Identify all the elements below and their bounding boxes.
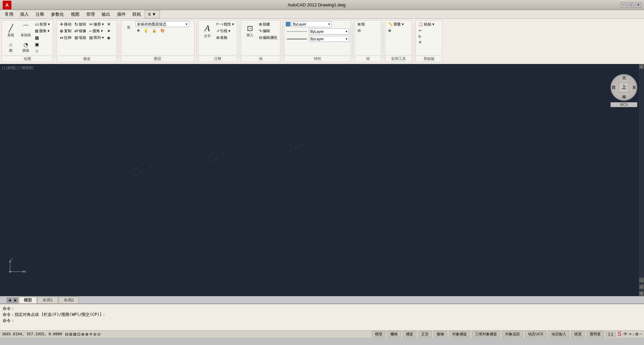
menu-insert[interactable]: 插入 [17, 10, 32, 18]
menu-manage[interactable]: 管理 [83, 10, 98, 18]
vertical-scrollbar[interactable]: ▲ ▼ ◁ ▷ [639, 64, 644, 296]
layer-lock-button[interactable]: 🔒 [151, 28, 158, 33]
erase-button[interactable]: ✕ [106, 21, 112, 27]
arc-button[interactable]: ◔ 圆弧 [18, 41, 33, 54]
scroll-right-button[interactable]: ▷ [639, 284, 644, 289]
pedit-button[interactable]: ◈ [106, 34, 112, 41]
viewport[interactable]: [-] [俯视] [二维线框] 小小软件送 www.xxrjm.com 小小软件… [0, 64, 644, 296]
mirror-button[interactable]: ⇄镜像 [73, 28, 88, 34]
snap-icon-4[interactable]: ⊡ [77, 332, 80, 337]
snap-icon-7[interactable]: ✛ [89, 332, 93, 337]
status-ducs-button[interactable]: 动态UCS [525, 331, 546, 337]
scroll-track[interactable] [639, 69, 644, 291]
menu-annotation[interactable]: 注释 [32, 10, 48, 18]
region-button[interactable]: ☆ [34, 48, 51, 54]
trim-button[interactable]: ✂修剪 ▾ [88, 21, 105, 27]
group-button[interactable]: ⊞组 [356, 21, 366, 27]
status-otrack-button[interactable]: 对象追踪 [502, 331, 523, 337]
arc-label: 圆弧 [22, 48, 29, 53]
linetype-dropdown[interactable]: ByLayer ▼ [309, 28, 349, 34]
linear-dim-button[interactable]: ⊢⊣线性 ▾ [215, 21, 235, 27]
hatch-button[interactable]: ⊠圆角 ▾ [34, 28, 51, 34]
cut-button[interactable]: ✂ [417, 28, 436, 33]
scroll-up-button[interactable]: ▲ [639, 64, 644, 69]
ungroup-button[interactable]: ⊟ [356, 28, 366, 33]
zoom-level[interactable]: 1:1 [606, 332, 615, 337]
snap-icon-3[interactable]: ⊠ [73, 332, 76, 337]
polyline-button[interactable]: ⌒ 多段线 [18, 21, 33, 41]
status-ortho-button[interactable]: 正交 [418, 331, 432, 337]
gradient-button[interactable]: ▦ [34, 34, 51, 41]
command-line-2: 命令：指定对角点或 [栏选(F)/围围(WP)/围交(CP)]： [3, 312, 641, 318]
menu-changyon[interactable]: 常用 [1, 10, 17, 18]
measure-button[interactable]: 📏测量 ▾ [387, 21, 405, 27]
rect-button[interactable]: ▭矩形 ▾ [34, 21, 51, 27]
table-button[interactable]: ⊞表格 [215, 34, 235, 41]
circle-button[interactable]: ○ 圆 [3, 41, 18, 54]
menu-connect[interactable]: 联机 [129, 10, 145, 18]
snap-icon-8[interactable]: ⊘ [93, 332, 97, 337]
menu-plugins[interactable]: 插件 [114, 10, 129, 18]
ann-col2: ⊢⊣线性 ▾ ↗引线 ▾ ⊞表格 [215, 21, 235, 41]
scale-button[interactable]: ⊞缩放 [73, 34, 88, 41]
text-button[interactable]: A 文字 [200, 21, 215, 41]
status-lw-button[interactable]: 线宽 [571, 331, 585, 337]
menu-it[interactable]: It ▼ [145, 10, 160, 18]
snap-icon-5[interactable]: ⊕ [81, 332, 85, 337]
move-button[interactable]: ✛移动 [58, 21, 73, 27]
tab-layout1[interactable]: 布局1 [38, 297, 58, 303]
status-osnap-button[interactable]: 对象捕捉 [449, 331, 470, 337]
lineweight-dropdown[interactable]: ByLayer ▼ [309, 36, 349, 42]
block-attrib-button[interactable]: ⊟编辑属性 [258, 34, 279, 41]
layer-state-dropdown[interactable]: 未保存的图层状态 ▼ [136, 21, 189, 27]
layer-manager-button[interactable]: ≡ [122, 21, 135, 33]
status-polar-button[interactable]: 极轴 [434, 331, 447, 337]
fillet-button[interactable]: ⌐圆角 ▾ [88, 28, 105, 34]
minimize-button[interactable]: ─ [621, 2, 627, 8]
scroll-left-button[interactable]: ◁ [639, 278, 644, 283]
scroll-down-button[interactable]: ▼ [639, 291, 644, 296]
delete-button[interactable]: ✕ [417, 40, 436, 45]
status-snap-button[interactable]: 捕捉 [403, 331, 416, 337]
paste-button[interactable]: 📋粘贴 ▾ [417, 21, 436, 27]
boundary-button[interactable]: ▣ [34, 41, 51, 48]
status-3dosnap-button[interactable]: 三维对象捕捉 [472, 331, 500, 337]
viewport-label: [-] [俯视] [二维线框] [2, 65, 34, 70]
status-grid-button[interactable]: 栅格 [387, 331, 401, 337]
color-dropdown[interactable]: ByLayer ▼ [291, 21, 332, 27]
wcs-button[interactable]: WCS [610, 102, 637, 107]
status-dynin-button[interactable]: 动态输入 [548, 331, 569, 337]
explode-button[interactable]: ✦ [106, 28, 112, 34]
stretch-button[interactable]: ⇔拉伸 [58, 34, 73, 41]
create-block-button[interactable]: ⊞创建 [258, 21, 279, 27]
tab-model[interactable]: 模型 [19, 297, 37, 303]
rotate-button[interactable]: ↻旋转 [73, 21, 88, 27]
tab-next-button[interactable]: ▶ [13, 297, 18, 303]
status-model-button[interactable]: 模型 [372, 331, 385, 337]
layer-freeze-button[interactable]: ❄ [136, 28, 141, 33]
layer-off-button[interactable]: 💡 [142, 28, 150, 33]
snap-icon-9[interactable]: ⊙ [97, 332, 101, 337]
snap-icon-2[interactable]: ⊞ [69, 332, 72, 337]
copy-clip-button[interactable]: ⎘ [417, 34, 436, 39]
tab-layout2[interactable]: 布局2 [59, 297, 79, 303]
snap-icon-6[interactable]: ⊗ [85, 332, 89, 337]
copy-button[interactable]: ⊕复制 [58, 28, 73, 34]
line-button[interactable]: ╱ 直线 [3, 21, 18, 41]
restore-button[interactable]: □ [628, 2, 634, 8]
menu-view[interactable]: 视图 [67, 10, 83, 18]
leader-button[interactable]: ↗引线 ▾ [215, 28, 235, 34]
id-button[interactable]: ⊕ [387, 28, 405, 33]
snap-icon-1[interactable]: ⊟ [65, 332, 68, 337]
close-button[interactable]: ✕ [635, 2, 641, 8]
tab-prev-button[interactable]: ◀ [7, 297, 12, 303]
array-button[interactable]: ⊞阵列 ▾ [88, 34, 105, 41]
insert-block-button[interactable]: ⊡ 插入 [243, 21, 257, 41]
command-area[interactable]: 命令： 命令：指定对角点或 [栏选(F)/围围(WP)/围交(CP)]： 命令： [0, 303, 644, 330]
menu-output[interactable]: 输出 [98, 10, 114, 18]
menu-parametric[interactable]: 参数化 [48, 10, 67, 18]
layer-color-button[interactable]: 🎨 [159, 28, 166, 33]
edit-block-button[interactable]: ✎编辑 [258, 28, 279, 34]
ribbon-group-groups: ⊞组 ⊟ 组 [355, 20, 381, 62]
status-trans-button[interactable]: 透明度 [587, 331, 604, 337]
